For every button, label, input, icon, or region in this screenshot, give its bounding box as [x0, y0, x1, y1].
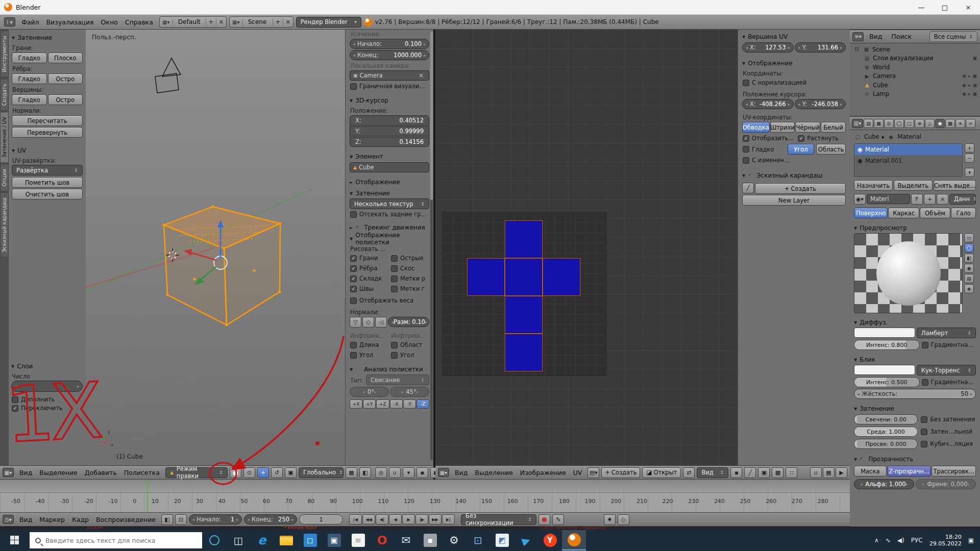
image-new-button[interactable]: +Создать — [601, 467, 640, 478]
yandex-button[interactable]: Y — [538, 530, 562, 550]
uv-white-button[interactable]: Белый — [821, 122, 846, 133]
uv-face[interactable] — [505, 258, 543, 296]
specular-intensity-slider[interactable]: Интенс: 0.500 — [854, 377, 920, 387]
tab-physics-icon[interactable]: ≈ — [966, 119, 975, 128]
edge-button[interactable]: e — [250, 530, 274, 550]
axis-minus-y-button[interactable]: -Y — [403, 399, 416, 409]
stretch-area-button[interactable]: Область — [816, 144, 846, 155]
axis-plus-z-button[interactable]: +Z — [376, 399, 389, 409]
paint-button[interactable]: ◩ — [490, 530, 514, 550]
panel-header-shading[interactable]: ▼Затенение — [854, 404, 976, 414]
outliner-row-lamp[interactable]: ☼Lamp ◉▸▣ — [853, 90, 980, 99]
outliner-row-cube[interactable]: ▲Cube ◉▸▣ — [853, 81, 980, 90]
axis-plus-x-button[interactable]: +X — [350, 399, 362, 409]
sticky-selection-icon[interactable]: ∷ — [786, 467, 797, 478]
type-surface-button[interactable]: Поверхно — [854, 208, 888, 218]
keying-set-icon[interactable]: ✎ — [552, 514, 564, 525]
vertex-normals-icon[interactable]: ▽ — [350, 317, 361, 328]
menu-item[interactable]: Вид — [16, 469, 36, 477]
flip-normals-button[interactable]: Перевернуть — [12, 127, 83, 138]
tab-data-icon[interactable]: △ — [925, 119, 935, 128]
sync-dropdown[interactable]: Без синхронизации↕ — [461, 514, 536, 525]
menu-item[interactable]: Вид — [866, 33, 886, 40]
renderable-icon[interactable]: ▣ — [972, 73, 977, 79]
outliner-row-world[interactable]: ◍World — [853, 63, 980, 72]
preview-hair-icon[interactable]: ▤ — [964, 274, 974, 283]
tab-tools[interactable]: Инструменты — [0, 31, 9, 78]
border-render-checkbox[interactable]: Граничная визуали... — [350, 83, 429, 90]
grease-pencil-new-button[interactable]: +Создать — [755, 183, 846, 194]
checkbox-checked-icon[interactable]: ✓ — [860, 456, 866, 462]
preview-sphere-icon[interactable]: ◯ — [964, 243, 974, 253]
search-input[interactable] — [45, 537, 197, 544]
tab-render-layers-icon[interactable]: ▦ — [874, 119, 884, 128]
specular-shader-dropdown[interactable]: Кук-Торренс↕ — [917, 365, 976, 375]
scrollbar[interactable] — [430, 32, 433, 460]
select-mode-edge-icon[interactable]: ╱ — [744, 467, 756, 478]
editor-type-icon[interactable]: ≡▾ — [852, 32, 864, 41]
frame-forward-icon[interactable]: |▶ — [415, 514, 428, 524]
snap-element-icon[interactable]: ▾ — [403, 467, 414, 478]
menu-item[interactable]: Поиск — [888, 33, 915, 40]
transform-orientation-dropdown[interactable]: Глобально↕ — [299, 467, 344, 478]
close-icon[interactable]: × — [216, 18, 226, 26]
angle-max-field[interactable]: ◂45°▸ — [390, 387, 429, 397]
select-mode-island-icon[interactable]: ▩ — [772, 467, 783, 478]
material-name-field[interactable]: Materi — [867, 194, 910, 204]
emit-slider[interactable]: Свечени: 0.00 — [854, 414, 918, 424]
transparency-raytrace-button[interactable]: Трассировк... — [932, 466, 976, 477]
loose-normals-icon[interactable]: ◁ — [375, 317, 387, 328]
insert-keyframe-icon[interactable]: ♦ — [604, 514, 616, 525]
panel-header-uv-vertex[interactable]: ▼Вершина UV — [742, 32, 846, 42]
timeline[interactable]: -50-40-30-20-100102030405060708090100110… — [0, 480, 850, 512]
fresnel-slider[interactable]: ◂Френе: 0.000▸ — [916, 479, 976, 489]
jump-prev-keyframe-icon[interactable]: ◀◀ — [362, 514, 375, 524]
menu-item[interactable]: Файл — [18, 18, 43, 26]
type-wire-button[interactable]: Каркас — [888, 208, 919, 218]
smooth-checkbox[interactable]: Гладко — [743, 146, 785, 153]
close-icon[interactable]: × — [419, 72, 424, 79]
uv-black-button[interactable]: Чёрный — [795, 122, 820, 133]
uv-dash-button[interactable]: Штрихи — [770, 122, 795, 133]
frame-start-field[interactable]: ◂Начало:1▸ — [189, 514, 242, 524]
outliner-row-renderlayers[interactable]: ▤Слои визуализации ▣ — [853, 54, 980, 63]
tab-constraints-icon[interactable]: ⊕ — [915, 119, 924, 128]
checkbox-icon[interactable] — [355, 366, 361, 372]
preview-world-icon[interactable]: ◈ — [964, 284, 974, 293]
tab-material-icon[interactable]: ◉ — [935, 119, 945, 128]
menu-item[interactable]: Вид — [451, 469, 471, 477]
viewport-shading-icon[interactable]: ● — [230, 467, 241, 478]
ambient-slider[interactable]: Среда: 1.000 — [854, 427, 918, 437]
taskbar-search[interactable] — [30, 532, 202, 548]
jump-to-start-icon[interactable]: |◀ — [349, 514, 362, 524]
item-name-field[interactable]: ▲Cube — [350, 162, 429, 172]
deselect-button[interactable]: Снять выде... — [934, 180, 976, 191]
extend-checkbox[interactable]: Дополнить — [12, 396, 82, 403]
uv-image-editor[interactable] — [435, 30, 738, 465]
edge-angle-checkbox[interactable]: Угол — [350, 352, 388, 359]
uv-y-field[interactable]: ◂Y:131.66▸ — [795, 42, 846, 53]
clip-end-field[interactable]: ◂Конец:1000.000▸ — [350, 50, 429, 60]
menu-item[interactable]: UV — [570, 469, 586, 477]
uv-sync-selection-icon[interactable]: ⇄ — [683, 467, 695, 478]
face-angle-checkbox[interactable]: Угол — [391, 352, 429, 359]
toggle-checkbox[interactable]: ✓Переключить — [12, 405, 82, 412]
proportional-edit-icon[interactable]: ◎ — [375, 467, 387, 478]
panel-header-shading[interactable]: ▼Затенение — [350, 188, 429, 198]
network-icon[interactable]: ∿ — [886, 537, 891, 544]
type-volume-button[interactable]: Объём — [920, 208, 950, 218]
preview-flat-icon[interactable]: ▭ — [964, 233, 974, 242]
face-normals-icon[interactable]: ◇ — [362, 317, 374, 328]
frame-end-field[interactable]: ◂Конец:250▸ — [244, 514, 297, 524]
display-option-checkbox[interactable]: Острые — [391, 255, 429, 262]
browse-image-icon[interactable]: ▤▾ — [587, 467, 599, 478]
fake-user-button[interactable]: F — [911, 194, 923, 205]
render-toggle-icon[interactable]: ▣ — [972, 56, 977, 61]
preview-range-icon[interactable]: ◧ — [161, 514, 173, 525]
unlink-icon[interactable]: × — [937, 194, 948, 205]
play-reverse-icon[interactable]: ◀ — [389, 514, 402, 524]
panel-header-diffuse[interactable]: ▼Диффуз. — [854, 317, 976, 328]
checkbox-checked-icon[interactable]: ✓ — [355, 224, 361, 231]
diffuse-ramp-checkbox[interactable]: Градиентна... — [922, 341, 975, 348]
tab-shading-uv[interactable]: Затенение / UV — [0, 112, 9, 163]
